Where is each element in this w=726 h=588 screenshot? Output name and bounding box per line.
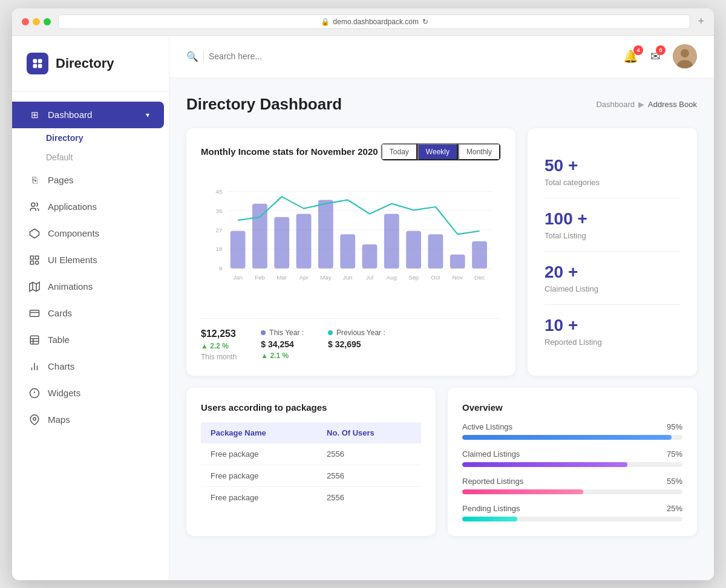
new-tab-button[interactable]: +: [698, 15, 704, 28]
sidebar-sub-item-default[interactable]: Default: [46, 148, 169, 167]
overview-reported-pct: 55%: [667, 477, 682, 486]
overview-claimed-listings: Claimed Listings 75%: [462, 449, 682, 467]
table-row: Free package 2556: [201, 465, 421, 486]
sidebar-item-animations[interactable]: Animations: [12, 273, 169, 300]
pkg-users-0: 2556: [317, 443, 421, 465]
sidebar-item-table[interactable]: Table: [12, 327, 169, 353]
sidebar-sub-item-directory[interactable]: Directory: [46, 128, 169, 148]
svg-rect-41: [274, 217, 289, 268]
sidebar-item-label-dashboard: Dashboard: [48, 109, 139, 120]
sidebar-item-label-components: Components: [48, 228, 154, 238]
progress-fill-reported: [462, 489, 583, 494]
search-icon: 🔍: [186, 51, 198, 62]
svg-text:27: 27: [216, 226, 223, 233]
refresh-icon[interactable]: ↻: [422, 18, 428, 26]
overview-pending-listings: Pending Listings 25%: [462, 504, 682, 521]
svg-rect-0: [33, 59, 38, 63]
sidebar-item-label-animations: Animations: [48, 281, 154, 292]
message-wrap[interactable]: ✉ 0: [650, 49, 661, 64]
this-year-amount: $ 34,254: [261, 339, 304, 349]
stat-label-3: Reported Listing: [544, 338, 680, 347]
svg-text:Feb: Feb: [255, 274, 265, 281]
sidebar-item-dashboard[interactable]: ⊞ Dashboard ▾: [12, 102, 164, 128]
stat-total-listing: 100 + Total Listing: [544, 198, 680, 252]
legend-prev-year: Previous Year : $ 32,695: [328, 328, 385, 361]
svg-rect-45: [362, 244, 378, 268]
tab-weekly[interactable]: Weekly: [417, 143, 458, 160]
svg-point-27: [681, 49, 689, 57]
overview-active-label: Active Listings: [462, 422, 512, 431]
svg-rect-3: [38, 64, 42, 68]
maps-icon: [28, 414, 41, 426]
dashboard-icon: ⊞: [28, 109, 41, 121]
pkg-name-0: Free package: [201, 443, 317, 465]
breadcrumb-home: Dashboard: [596, 100, 635, 109]
svg-text:9: 9: [219, 265, 222, 272]
header-right: 🔔 4 ✉ 0: [623, 44, 697, 68]
header: 🔍 🔔 4 ✉ 0: [169, 36, 714, 78]
progress-fill-claimed: [462, 462, 627, 467]
sidebar-item-cards[interactable]: Cards: [12, 300, 169, 327]
logo-text: Directory: [56, 56, 114, 71]
svg-rect-44: [340, 234, 355, 269]
tab-monthly[interactable]: Monthly: [458, 143, 500, 160]
sidebar-item-label-applications: Applications: [48, 201, 154, 212]
table-row: Free package 2556: [201, 486, 421, 508]
tab-today[interactable]: Today: [381, 143, 417, 160]
maximize-dot[interactable]: [44, 18, 51, 25]
sidebar-item-charts[interactable]: Charts: [12, 353, 169, 380]
sidebar-item-label-widgets: Widgets: [48, 388, 154, 398]
table-row: Free package 2556: [201, 443, 421, 465]
overview-active-header: Active Listings 95%: [462, 422, 682, 431]
close-dot[interactable]: [22, 18, 29, 25]
sidebar-item-applications[interactable]: Applications: [12, 194, 169, 220]
overview-claimed-pct: 75%: [667, 449, 682, 459]
legend-this-month: $12,253 ▲ 2.2 % This month: [201, 328, 237, 361]
stat-number-1: 100 +: [544, 209, 680, 229]
overview-active-listings: Active Listings 95%: [462, 422, 682, 440]
svg-text:Aug: Aug: [387, 274, 397, 281]
progress-fill-active: [462, 435, 672, 440]
breadcrumb: Dashboard ▶ Address Book: [596, 100, 697, 109]
lock-icon: 🔒: [321, 18, 330, 26]
svg-marker-5: [30, 229, 39, 238]
sidebar-item-pages[interactable]: ⎘ Pages: [12, 167, 169, 194]
minimize-dot[interactable]: [33, 18, 40, 25]
user-avatar[interactable]: [673, 44, 697, 68]
svg-rect-43: [318, 200, 333, 268]
browser-chrome: 🔒 demo.dashboardpack.com ↻ +: [12, 8, 714, 36]
progress-claimed: [462, 462, 682, 467]
url-bar[interactable]: 🔒 demo.dashboardpack.com ↻: [58, 15, 690, 29]
stat-total-categories: 50 + Total categories: [544, 145, 680, 198]
svg-point-25: [33, 417, 36, 420]
notification-bell-wrap[interactable]: 🔔 4: [623, 49, 638, 64]
packages-title: Users according to packages: [201, 402, 421, 413]
sidebar: Directory ⊞ Dashboard ▾ Directory Defaul…: [12, 36, 169, 580]
applications-icon: [28, 201, 41, 213]
this-month-label: This month: [201, 353, 237, 361]
sidebar-item-ui-elements[interactable]: UI Elements: [12, 247, 169, 273]
svg-text:Apr: Apr: [299, 274, 309, 281]
logo-svg: [31, 57, 44, 70]
sidebar-item-widgets[interactable]: Widgets: [12, 380, 169, 407]
overview-active-pct: 95%: [667, 422, 682, 431]
this-month-change: ▲ 2.2 %: [201, 342, 237, 350]
sidebar-item-label-ui: UI Elements: [48, 255, 154, 265]
search-input[interactable]: [209, 51, 390, 61]
overview-claimed-header: Claimed Listings 75%: [462, 449, 682, 459]
search-divider: [203, 50, 204, 62]
breadcrumb-separator: ▶: [638, 100, 644, 109]
pkg-users-1: 2556: [317, 465, 421, 486]
cards-icon: [28, 307, 41, 319]
notification-badge: 4: [633, 45, 643, 55]
sidebar-item-maps[interactable]: Maps: [12, 407, 169, 433]
svg-text:18: 18: [216, 246, 223, 252]
sidebar-item-components[interactable]: Components: [12, 220, 169, 247]
overview-title: Overview: [462, 402, 682, 413]
bottom-row: Users according to packages Package Name…: [186, 388, 697, 536]
sidebar-item-label-cards: Cards: [48, 308, 154, 318]
stat-label-1: Total Listing: [544, 231, 680, 240]
progress-pending: [462, 517, 682, 521]
page-header: Directory Dashboard Dashboard ▶ Address …: [186, 95, 697, 114]
svg-rect-8: [30, 261, 33, 264]
